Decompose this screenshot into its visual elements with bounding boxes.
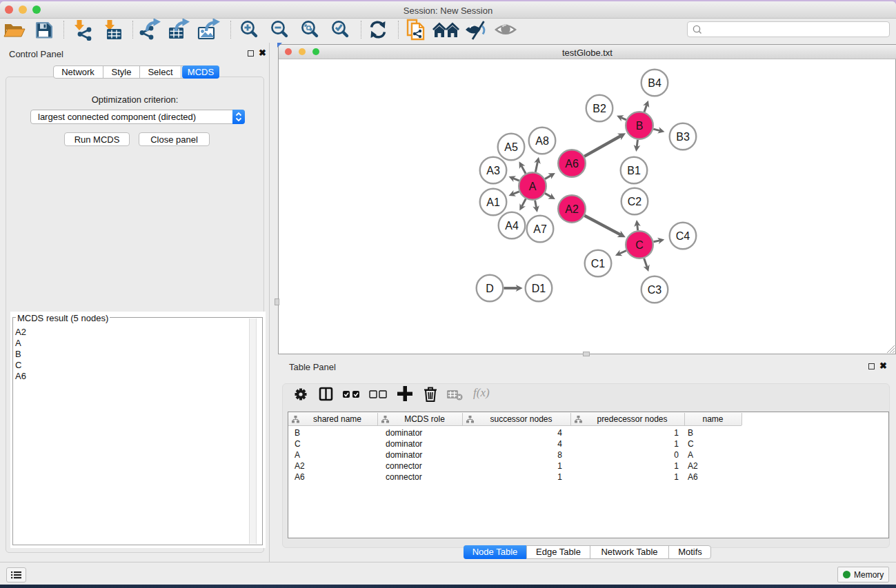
svg-text:D1: D1 [532,283,546,294]
svg-text:A5: A5 [504,141,518,153]
svg-text:A4: A4 [505,220,519,232]
svg-text:B: B [636,120,644,132]
svg-text:C: C [635,239,644,251]
svg-text:A: A [529,181,537,192]
svg-text:C1: C1 [591,258,606,270]
svg-text:C2: C2 [628,196,642,207]
svg-text:A8: A8 [535,135,549,147]
svg-text:D: D [486,283,494,294]
svg-text:A7: A7 [533,223,547,235]
svg-text:A6: A6 [565,158,579,170]
svg-text:A3: A3 [486,165,500,176]
svg-text:B2: B2 [593,103,606,114]
svg-text:C4: C4 [676,230,690,242]
svg-text:B1: B1 [627,165,641,176]
svg-text:C3: C3 [648,284,662,296]
svg-text:A1: A1 [486,196,500,208]
svg-text:A2: A2 [565,203,579,215]
svg-text:B4: B4 [648,77,661,89]
svg-text:B3: B3 [676,131,690,143]
